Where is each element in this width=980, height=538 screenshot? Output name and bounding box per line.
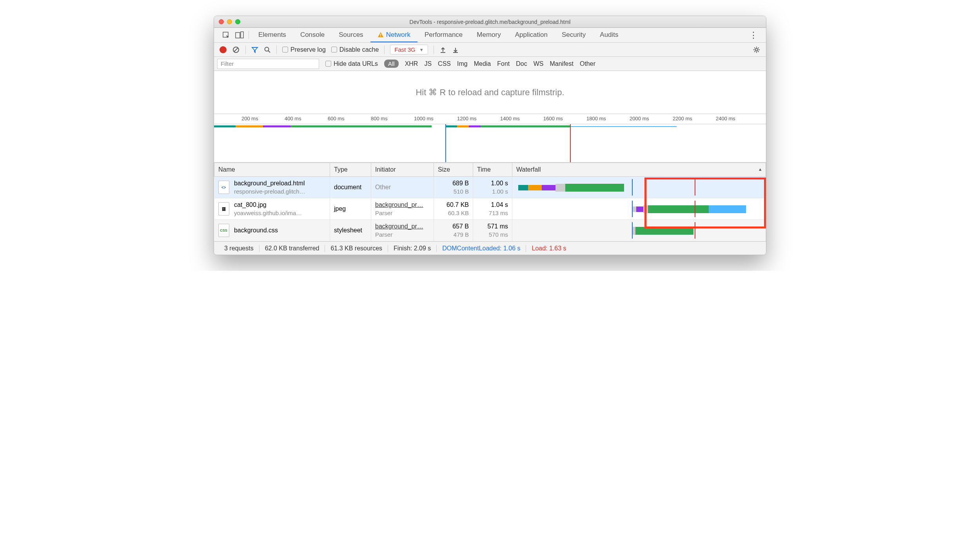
request-row[interactable]: CSS background.css stylesheet background… [214,220,766,241]
svg-rect-1 [236,33,240,38]
tab-network[interactable]: Network [370,28,417,42]
tab-application[interactable]: Application [508,28,555,42]
request-name: cat_800.jpg [234,201,302,209]
record-button[interactable] [220,46,227,53]
filter-img[interactable]: Img [457,60,468,67]
tab-elements[interactable]: Elements [251,28,293,42]
status-resources: 61.3 KB resources [325,245,388,252]
svg-point-11 [755,49,758,51]
request-row[interactable]: 🖼 cat_800.jpg yoavweiss.github.io/ima… j… [214,198,766,220]
request-domain: yoavweiss.github.io/ima… [234,209,302,217]
window-title: DevTools - responsive-preload.glitch.me/… [214,19,766,25]
image-icon: 🖼 [218,202,229,216]
status-requests: 3 requests [219,245,260,252]
request-name: background.css [234,226,278,235]
export-har-icon[interactable] [439,46,446,53]
waterfall-bar [516,179,762,196]
status-dcl: DOMContentLoaded: 1.06 s [437,245,526,252]
tab-sources[interactable]: Sources [332,28,370,42]
svg-rect-3 [380,34,381,36]
status-transferred: 62.0 KB transferred [260,245,325,252]
filter-css[interactable]: CSS [438,60,451,67]
tab-performance[interactable]: Performance [417,28,470,42]
filter-toggle-icon[interactable] [251,46,258,53]
waterfall-bar [516,222,762,239]
request-table: Name Type Initiator Size Time Waterfall … [214,163,766,241]
col-initiator[interactable]: Initiator [371,163,434,177]
stylesheet-icon: CSS [218,224,229,237]
warning-icon [377,32,384,38]
network-toolbar: Preserve log Disable cache Fast 3G▼ [214,43,766,57]
disable-cache-checkbox[interactable]: Disable cache [331,46,379,53]
request-row[interactable]: <> background_preload.html responsive-pr… [214,177,766,198]
col-time[interactable]: Time [473,163,512,177]
col-size[interactable]: Size [434,163,473,177]
import-har-icon[interactable] [452,46,459,53]
col-waterfall[interactable]: Waterfall [512,163,766,177]
filter-xhr[interactable]: XHR [405,60,418,67]
svg-line-8 [268,51,270,53]
col-name[interactable]: Name [214,163,330,177]
filter-input[interactable] [217,59,319,69]
filter-js[interactable]: JS [424,60,432,67]
chevron-down-icon: ▼ [419,47,424,52]
filter-doc[interactable]: Doc [516,60,527,67]
settings-icon[interactable] [753,46,760,54]
filter-font[interactable]: Font [497,60,510,67]
device-toolbar-icon[interactable] [233,28,246,42]
clear-icon[interactable] [232,46,240,54]
tab-memory[interactable]: Memory [470,28,508,42]
tab-console[interactable]: Console [293,28,332,42]
svg-line-6 [234,48,238,52]
waterfall-bar [516,201,762,217]
timeline-overview[interactable] [214,124,766,163]
preserve-log-checkbox[interactable]: Preserve log [282,46,326,53]
filter-other[interactable]: Other [580,60,595,67]
request-name: background_preload.html [234,179,305,188]
inspect-element-icon[interactable] [220,28,233,42]
devtools-window: DevTools - responsive-preload.glitch.me/… [214,16,766,255]
filter-bar: Hide data URLs All XHR JS CSS Img Media … [214,57,766,71]
titlebar: DevTools - responsive-preload.glitch.me/… [214,16,766,28]
svg-rect-2 [241,32,243,38]
timeline-axis[interactable]: 200 ms 400 ms 600 ms 800 ms 1000 ms 1200… [214,114,766,124]
more-menu-icon[interactable]: ⋮ [746,28,760,42]
col-type[interactable]: Type [330,163,371,177]
search-icon[interactable] [264,46,271,53]
status-load: Load: 1.63 s [526,245,572,252]
tab-audits[interactable]: Audits [593,28,625,42]
filmstrip-hint: Hit ⌘ R to reload and capture filmstrip. [214,71,766,114]
panel-tabs: Elements Console Sources Network Perform… [214,28,766,43]
filter-ws[interactable]: WS [534,60,544,67]
status-finish: Finish: 2.09 s [388,245,437,252]
request-table-wrapper: Name Type Initiator Size Time Waterfall … [214,163,766,241]
request-domain: responsive-preload.glitch… [234,188,305,196]
filter-manifest[interactable]: Manifest [550,60,573,67]
tab-security[interactable]: Security [555,28,593,42]
svg-rect-4 [380,36,381,37]
filter-media[interactable]: Media [474,60,491,67]
filter-all[interactable]: All [384,60,399,68]
hide-data-urls-checkbox[interactable]: Hide data URLs [325,60,378,67]
status-bar: 3 requests 62.0 KB transferred 61.3 KB r… [214,241,766,255]
document-icon: <> [218,181,229,194]
throttling-select[interactable]: Fast 3G▼ [390,45,428,54]
